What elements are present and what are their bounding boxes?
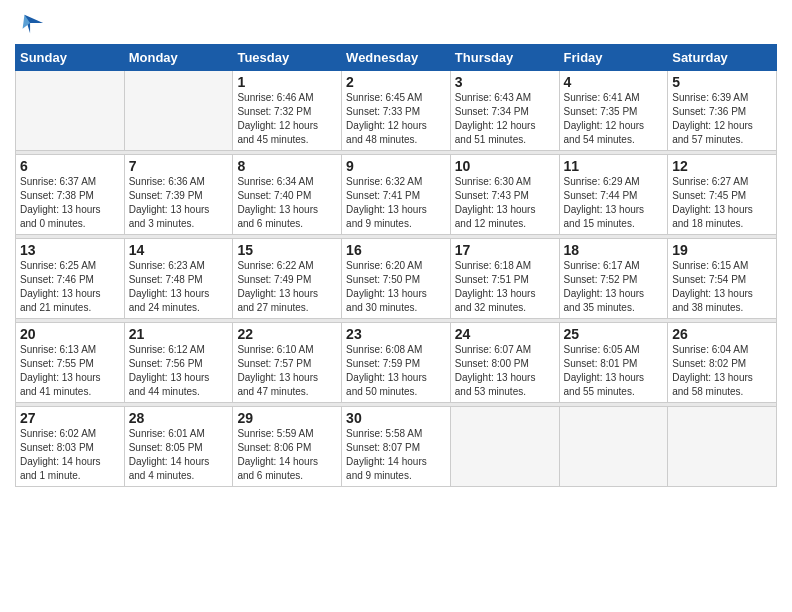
day-number: 24 xyxy=(455,326,555,342)
calendar-cell: 25Sunrise: 6:05 AMSunset: 8:01 PMDayligh… xyxy=(559,323,668,403)
day-info: Sunrise: 6:20 AMSunset: 7:50 PMDaylight:… xyxy=(346,259,446,315)
day-number: 11 xyxy=(564,158,664,174)
calendar-cell: 10Sunrise: 6:30 AMSunset: 7:43 PMDayligh… xyxy=(450,155,559,235)
day-info: Sunrise: 6:27 AMSunset: 7:45 PMDaylight:… xyxy=(672,175,772,231)
day-info: Sunrise: 6:30 AMSunset: 7:43 PMDaylight:… xyxy=(455,175,555,231)
day-number: 14 xyxy=(129,242,229,258)
day-info: Sunrise: 6:29 AMSunset: 7:44 PMDaylight:… xyxy=(564,175,664,231)
day-info: Sunrise: 6:39 AMSunset: 7:36 PMDaylight:… xyxy=(672,91,772,147)
page: SundayMondayTuesdayWednesdayThursdayFrid… xyxy=(0,0,792,612)
day-number: 2 xyxy=(346,74,446,90)
day-info: Sunrise: 6:13 AMSunset: 7:55 PMDaylight:… xyxy=(20,343,120,399)
calendar-cell: 18Sunrise: 6:17 AMSunset: 7:52 PMDayligh… xyxy=(559,239,668,319)
day-number: 17 xyxy=(455,242,555,258)
day-info: Sunrise: 6:08 AMSunset: 7:59 PMDaylight:… xyxy=(346,343,446,399)
calendar-cell: 1Sunrise: 6:46 AMSunset: 7:32 PMDaylight… xyxy=(233,71,342,151)
day-info: Sunrise: 5:59 AMSunset: 8:06 PMDaylight:… xyxy=(237,427,337,483)
day-number: 18 xyxy=(564,242,664,258)
calendar-cell: 21Sunrise: 6:12 AMSunset: 7:56 PMDayligh… xyxy=(124,323,233,403)
day-number: 6 xyxy=(20,158,120,174)
day-number: 20 xyxy=(20,326,120,342)
day-info: Sunrise: 6:17 AMSunset: 7:52 PMDaylight:… xyxy=(564,259,664,315)
day-number: 22 xyxy=(237,326,337,342)
day-info: Sunrise: 6:45 AMSunset: 7:33 PMDaylight:… xyxy=(346,91,446,147)
day-number: 5 xyxy=(672,74,772,90)
day-number: 27 xyxy=(20,410,120,426)
logo xyxy=(15,10,45,38)
calendar-week-row: 20Sunrise: 6:13 AMSunset: 7:55 PMDayligh… xyxy=(16,323,777,403)
calendar-cell: 22Sunrise: 6:10 AMSunset: 7:57 PMDayligh… xyxy=(233,323,342,403)
day-info: Sunrise: 6:05 AMSunset: 8:01 PMDaylight:… xyxy=(564,343,664,399)
calendar-cell: 9Sunrise: 6:32 AMSunset: 7:41 PMDaylight… xyxy=(342,155,451,235)
calendar-cell: 28Sunrise: 6:01 AMSunset: 8:05 PMDayligh… xyxy=(124,407,233,487)
day-info: Sunrise: 6:43 AMSunset: 7:34 PMDaylight:… xyxy=(455,91,555,147)
day-info: Sunrise: 6:12 AMSunset: 7:56 PMDaylight:… xyxy=(129,343,229,399)
day-info: Sunrise: 6:01 AMSunset: 8:05 PMDaylight:… xyxy=(129,427,229,483)
calendar-day-header: Saturday xyxy=(668,45,777,71)
day-number: 29 xyxy=(237,410,337,426)
day-number: 26 xyxy=(672,326,772,342)
calendar-cell: 13Sunrise: 6:25 AMSunset: 7:46 PMDayligh… xyxy=(16,239,125,319)
calendar-week-row: 6Sunrise: 6:37 AMSunset: 7:38 PMDaylight… xyxy=(16,155,777,235)
calendar-day-header: Wednesday xyxy=(342,45,451,71)
day-number: 16 xyxy=(346,242,446,258)
day-number: 3 xyxy=(455,74,555,90)
calendar-cell: 24Sunrise: 6:07 AMSunset: 8:00 PMDayligh… xyxy=(450,323,559,403)
calendar-cell xyxy=(668,407,777,487)
calendar-cell: 30Sunrise: 5:58 AMSunset: 8:07 PMDayligh… xyxy=(342,407,451,487)
calendar-cell: 11Sunrise: 6:29 AMSunset: 7:44 PMDayligh… xyxy=(559,155,668,235)
day-number: 8 xyxy=(237,158,337,174)
day-number: 21 xyxy=(129,326,229,342)
calendar-cell: 3Sunrise: 6:43 AMSunset: 7:34 PMDaylight… xyxy=(450,71,559,151)
calendar-cell: 16Sunrise: 6:20 AMSunset: 7:50 PMDayligh… xyxy=(342,239,451,319)
day-info: Sunrise: 6:04 AMSunset: 8:02 PMDaylight:… xyxy=(672,343,772,399)
day-number: 7 xyxy=(129,158,229,174)
calendar-cell: 14Sunrise: 6:23 AMSunset: 7:48 PMDayligh… xyxy=(124,239,233,319)
day-info: Sunrise: 6:25 AMSunset: 7:46 PMDaylight:… xyxy=(20,259,120,315)
day-number: 10 xyxy=(455,158,555,174)
day-info: Sunrise: 6:34 AMSunset: 7:40 PMDaylight:… xyxy=(237,175,337,231)
calendar-cell: 19Sunrise: 6:15 AMSunset: 7:54 PMDayligh… xyxy=(668,239,777,319)
day-number: 28 xyxy=(129,410,229,426)
day-number: 1 xyxy=(237,74,337,90)
calendar-cell: 26Sunrise: 6:04 AMSunset: 8:02 PMDayligh… xyxy=(668,323,777,403)
calendar-week-row: 27Sunrise: 6:02 AMSunset: 8:03 PMDayligh… xyxy=(16,407,777,487)
day-number: 30 xyxy=(346,410,446,426)
day-number: 25 xyxy=(564,326,664,342)
calendar-cell: 2Sunrise: 6:45 AMSunset: 7:33 PMDaylight… xyxy=(342,71,451,151)
calendar-cell: 8Sunrise: 6:34 AMSunset: 7:40 PMDaylight… xyxy=(233,155,342,235)
calendar-header-row: SundayMondayTuesdayWednesdayThursdayFrid… xyxy=(16,45,777,71)
calendar-cell: 27Sunrise: 6:02 AMSunset: 8:03 PMDayligh… xyxy=(16,407,125,487)
day-info: Sunrise: 6:23 AMSunset: 7:48 PMDaylight:… xyxy=(129,259,229,315)
calendar-cell: 5Sunrise: 6:39 AMSunset: 7:36 PMDaylight… xyxy=(668,71,777,151)
calendar-week-row: 13Sunrise: 6:25 AMSunset: 7:46 PMDayligh… xyxy=(16,239,777,319)
day-info: Sunrise: 6:02 AMSunset: 8:03 PMDaylight:… xyxy=(20,427,120,483)
calendar-cell: 12Sunrise: 6:27 AMSunset: 7:45 PMDayligh… xyxy=(668,155,777,235)
day-info: Sunrise: 6:18 AMSunset: 7:51 PMDaylight:… xyxy=(455,259,555,315)
day-info: Sunrise: 6:22 AMSunset: 7:49 PMDaylight:… xyxy=(237,259,337,315)
calendar-week-row: 1Sunrise: 6:46 AMSunset: 7:32 PMDaylight… xyxy=(16,71,777,151)
day-info: Sunrise: 6:10 AMSunset: 7:57 PMDaylight:… xyxy=(237,343,337,399)
calendar-cell: 20Sunrise: 6:13 AMSunset: 7:55 PMDayligh… xyxy=(16,323,125,403)
calendar-cell: 15Sunrise: 6:22 AMSunset: 7:49 PMDayligh… xyxy=(233,239,342,319)
calendar-cell: 23Sunrise: 6:08 AMSunset: 7:59 PMDayligh… xyxy=(342,323,451,403)
day-number: 15 xyxy=(237,242,337,258)
header xyxy=(15,10,777,38)
logo-icon xyxy=(17,10,45,38)
day-number: 9 xyxy=(346,158,446,174)
calendar-cell xyxy=(16,71,125,151)
day-info: Sunrise: 6:32 AMSunset: 7:41 PMDaylight:… xyxy=(346,175,446,231)
day-info: Sunrise: 6:07 AMSunset: 8:00 PMDaylight:… xyxy=(455,343,555,399)
day-number: 19 xyxy=(672,242,772,258)
day-info: Sunrise: 6:36 AMSunset: 7:39 PMDaylight:… xyxy=(129,175,229,231)
calendar-cell: 17Sunrise: 6:18 AMSunset: 7:51 PMDayligh… xyxy=(450,239,559,319)
calendar-cell: 6Sunrise: 6:37 AMSunset: 7:38 PMDaylight… xyxy=(16,155,125,235)
day-info: Sunrise: 5:58 AMSunset: 8:07 PMDaylight:… xyxy=(346,427,446,483)
calendar-day-header: Sunday xyxy=(16,45,125,71)
day-info: Sunrise: 6:15 AMSunset: 7:54 PMDaylight:… xyxy=(672,259,772,315)
calendar-table: SundayMondayTuesdayWednesdayThursdayFrid… xyxy=(15,44,777,487)
calendar-cell: 4Sunrise: 6:41 AMSunset: 7:35 PMDaylight… xyxy=(559,71,668,151)
calendar-day-header: Friday xyxy=(559,45,668,71)
calendar-day-header: Tuesday xyxy=(233,45,342,71)
day-number: 23 xyxy=(346,326,446,342)
